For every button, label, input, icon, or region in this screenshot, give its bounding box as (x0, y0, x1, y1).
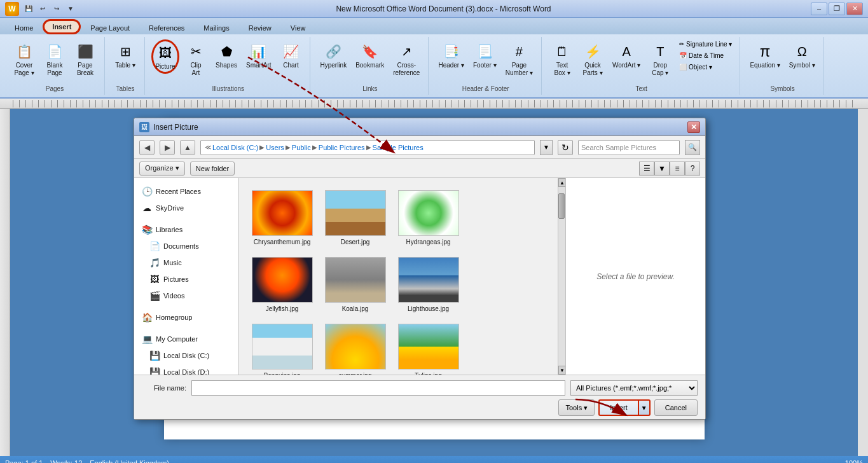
save-qa-btn[interactable]: 💾 (23, 3, 34, 15)
file-item-lighthouse[interactable]: Lighthouse.jpg (395, 254, 462, 315)
file-item-hydrangeas[interactable]: Hydrangeas.jpg (395, 188, 462, 248)
smartart-btn[interactable]: 📊 SmartArt (243, 39, 274, 71)
picture-btn[interactable]: 🖼 Picture (151, 39, 179, 74)
sidebar-item-local-disk-c[interactable]: 💾 Local Disk (C:) (134, 347, 238, 364)
file-item-desert[interactable]: Desert.jpg (322, 188, 389, 248)
sidebar-item-music[interactable]: 🎵 Music (134, 254, 238, 271)
ruler (0, 99, 868, 109)
address-bar[interactable]: ≪ Local Disk (C:) ▶ Users ▶ Public ▶ Pub… (200, 140, 535, 155)
cross-reference-btn[interactable]: ↗ Cross-reference (390, 39, 423, 79)
file-item-penguins[interactable]: Penguins.jpg (249, 321, 315, 375)
sidebar-item-skydrive[interactable]: ☁ SkyDrive (134, 200, 238, 216)
page-number-btn[interactable]: # PageNumber ▾ (502, 39, 536, 79)
tab-view[interactable]: View (281, 21, 315, 34)
address-local-disk[interactable]: Local Disk (C:) (212, 144, 258, 151)
cancel-btn[interactable]: Cancel (654, 399, 698, 416)
object-btn[interactable]: ⬜ Object ▾ (677, 62, 734, 72)
sidebar-item-pictures[interactable]: 🖼 Pictures (134, 271, 238, 287)
new-folder-btn[interactable]: New folder (190, 162, 235, 176)
scroll-thumb[interactable] (558, 193, 565, 219)
ribbon-content: 📋 CoverPage ▾ 📄 BlankPage ⬛ PageBreak Pa… (0, 34, 868, 97)
insert-dropdown-btn[interactable]: ▼ (638, 399, 651, 416)
tab-review[interactable]: Review (239, 21, 281, 34)
filename-input[interactable] (191, 380, 565, 396)
search-box[interactable]: Search Sample Pictures (578, 140, 680, 155)
sidebar-item-homegroup[interactable]: 🏠 Homegroup (134, 309, 238, 326)
signature-line-btn[interactable]: ✏ Signature Line ▾ (677, 39, 734, 49)
refresh-btn[interactable]: ↻ (558, 140, 573, 155)
wordart-btn[interactable]: A WordArt ▾ (609, 39, 644, 71)
text-box-btn[interactable]: 🗒 TextBox ▾ (548, 39, 576, 79)
file-item-koala[interactable]: Koala.jpg (322, 254, 389, 315)
drop-cap-btn[interactable]: T DropCap ▾ (646, 39, 674, 79)
table-btn[interactable]: ⊞ Table ▾ (111, 39, 139, 71)
help-btn[interactable]: ? (685, 162, 700, 176)
view-details-btn[interactable]: ≡ (670, 162, 685, 176)
table-icon: ⊞ (115, 41, 135, 62)
date-time-btn[interactable]: 📅 Date & Time (677, 51, 734, 60)
file-name-hydrangeas: Hydrangeas.jpg (406, 238, 450, 245)
symbol-btn[interactable]: Ω Symbol ▾ (786, 39, 818, 71)
tab-insert[interactable]: Insert (43, 19, 81, 34)
bookmark-btn[interactable]: 🔖 Bookmark (352, 39, 387, 71)
equation-btn[interactable]: π Equation ▾ (747, 39, 783, 71)
chart-btn[interactable]: 📈 Chart (277, 39, 305, 71)
scroll-up-btn[interactable]: ▲ (558, 178, 565, 187)
forward-btn[interactable]: ▶ (160, 140, 175, 155)
file-item-jellyfish[interactable]: Jellyfish.jpg (249, 254, 315, 315)
sidebar-item-documents[interactable]: 📄 Documents (134, 238, 238, 254)
files-scrollbar[interactable]: ▲ ▼ (558, 178, 565, 375)
tab-home[interactable]: Home (5, 21, 43, 34)
dropdown-qa-btn[interactable]: ▼ (65, 3, 76, 15)
header-btn[interactable]: 📑 Header ▾ (435, 39, 467, 71)
sidebar-item-local-disk-d[interactable]: 💾 Local Disk (D:) (134, 364, 238, 375)
undo-qa-btn[interactable]: ↩ (37, 3, 48, 15)
tab-mailings[interactable]: Mailings (194, 21, 238, 34)
dialog-close-btn[interactable]: ✕ (687, 121, 700, 133)
hyperlink-btn[interactable]: 🔗 Hyperlink (317, 39, 350, 71)
organize-btn[interactable]: Organize ▾ (139, 162, 185, 176)
clip-art-btn[interactable]: ✂ ClipArt (182, 39, 210, 79)
minimize-btn[interactable]: – (811, 3, 827, 15)
blank-page-btn[interactable]: 📄 BlankPage (41, 39, 69, 79)
header-icon: 📑 (441, 41, 462, 62)
address-public[interactable]: Public (292, 144, 311, 151)
view-dropdown-btn[interactable]: ▼ (654, 162, 670, 176)
quick-parts-btn[interactable]: ⚡ QuickParts ▾ (579, 39, 607, 79)
page-break-btn[interactable]: ⬛ PageBreak (71, 39, 99, 79)
redo-qa-btn[interactable]: ↪ (51, 3, 62, 15)
blank-page-icon: 📄 (45, 41, 65, 62)
address-users[interactable]: Users (266, 144, 284, 151)
insert-label: Insert (610, 404, 628, 411)
title-left: W 💾 ↩ ↪ ▼ (5, 2, 76, 16)
filetype-select[interactable]: All Pictures (*.emf;*.wmf;*.jpg;* (570, 380, 698, 396)
address-sample-pictures[interactable]: Sample Pictures (373, 144, 424, 151)
sidebar-item-recent-places[interactable]: 🕒 Recent Places (134, 183, 238, 200)
scroll-down-btn[interactable]: ▼ (558, 366, 565, 375)
file-item-chrysanthemum[interactable]: Chrysanthemum.jpg (249, 188, 315, 248)
restore-btn[interactable]: ❐ (829, 3, 845, 15)
search-btn[interactable]: 🔍 (685, 140, 700, 155)
tools-btn[interactable]: Tools ▾ (558, 399, 595, 416)
recent-places-label: Recent Places (156, 188, 201, 195)
cover-page-btn[interactable]: 📋 CoverPage ▾ (10, 39, 38, 79)
view-list-btn[interactable]: ☰ (639, 162, 654, 176)
address-dropdown-btn[interactable]: ▼ (540, 140, 553, 155)
pictures-label: Pictures (163, 275, 189, 283)
footer-btn[interactable]: 📃 Footer ▾ (470, 39, 500, 71)
up-btn[interactable]: ▲ (180, 140, 195, 155)
tab-references[interactable]: References (139, 21, 194, 34)
shapes-btn[interactable]: ⬟ Shapes (212, 39, 240, 71)
sidebar-item-my-computer[interactable]: 💻 My Computer (134, 331, 238, 347)
back-btn[interactable]: ◀ (139, 140, 155, 155)
file-item-summer[interactable]: summer.jpg (322, 321, 389, 375)
insert-btn[interactable]: Insert (598, 399, 638, 416)
sidebar-item-videos[interactable]: 🎬 Videos (134, 287, 238, 304)
tab-page-layout[interactable]: Page Layout (81, 21, 139, 34)
address-public-pictures[interactable]: Public Pictures (319, 144, 365, 151)
file-item-tulips[interactable]: Tulips.jpg (395, 321, 462, 375)
right-scrollbar[interactable] (858, 109, 868, 456)
close-btn[interactable]: ✕ (846, 3, 863, 15)
sidebar-item-libraries[interactable]: 📚 Libraries (134, 221, 238, 238)
smartart-icon: 📊 (249, 41, 269, 62)
